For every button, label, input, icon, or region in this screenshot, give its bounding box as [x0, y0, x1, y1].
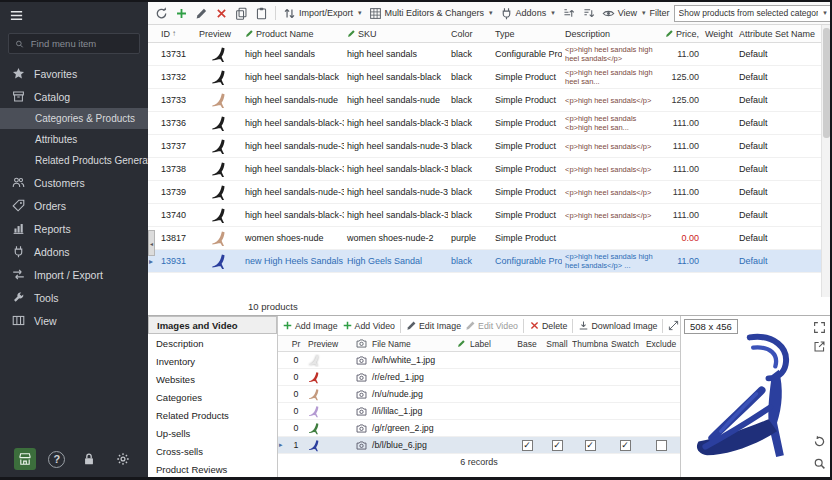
sidebar-item-addons[interactable]: Addons — [0, 240, 148, 263]
store-button[interactable] — [14, 448, 36, 470]
table-row[interactable]: 13736 high heel sandals-black-36 high he… — [148, 112, 821, 135]
table-row[interactable]: 13731 high heel sandals high heel sandal… — [148, 43, 821, 66]
delete-product-button[interactable] — [212, 5, 231, 22]
table-row[interactable]: 13737 high heel sandals-nude-36 high hee… — [148, 135, 821, 158]
zoom-image-button[interactable] — [812, 456, 827, 471]
sidebar-item-related-products-generator[interactable]: Related Products Generator — [0, 150, 148, 171]
rotate-image-button[interactable] — [812, 434, 827, 449]
swatch-checkbox[interactable] — [620, 440, 631, 451]
main-content: ◂ Import/Export ▾ Multi Editors & Change… — [148, 2, 830, 477]
column-header-swatch[interactable]: Swatch — [608, 339, 642, 349]
base-checkbox[interactable] — [522, 440, 533, 451]
tab-label: Related Products — [156, 410, 229, 421]
bottom-tab[interactable]: Description — [148, 334, 277, 352]
add-image-button[interactable]: Add Image — [280, 318, 340, 333]
add-video-button[interactable]: Add Video — [340, 318, 397, 333]
image-row[interactable]: 0 /l/i/lilac_1.jpg — [278, 403, 680, 420]
category-filter-select[interactable]: Show products from selected categories ▾ — [674, 5, 830, 22]
menu-search-input[interactable] — [29, 37, 133, 50]
sidebar-item-attributes[interactable]: Attributes — [0, 129, 148, 150]
column-header-color[interactable]: Color — [448, 29, 492, 39]
vertical-scrollbar[interactable] — [821, 25, 830, 297]
bottom-tab[interactable]: Product Reviews — [148, 460, 277, 478]
download-image-button[interactable]: Download Image — [576, 318, 659, 333]
table-row[interactable]: 13817 women shoes-nude women shoes-nude-… — [148, 227, 821, 250]
column-header-weight[interactable]: Weight — [702, 29, 736, 39]
hamburger-button[interactable] — [0, 2, 148, 29]
edit-column-icon — [245, 29, 254, 38]
sidebar-item-categories-products[interactable]: Categories & Products — [0, 108, 148, 129]
scrollbar-thumb[interactable] — [823, 28, 830, 138]
image-row[interactable]: 0 /g/r/green_2.jpg — [278, 420, 680, 437]
help-button[interactable]: ? — [48, 451, 65, 468]
fullscreen-button[interactable] — [812, 320, 827, 335]
edit-product-button[interactable] — [192, 5, 211, 22]
sidebar-item-tools[interactable]: Tools — [0, 286, 148, 309]
import-export-button[interactable]: Import/Export ▾ — [280, 5, 365, 22]
addons-button[interactable]: Addons ▾ — [497, 5, 558, 22]
column-header-file-name[interactable]: File Name — [370, 339, 454, 349]
sort-ascending-button[interactable] — [559, 5, 578, 22]
sidebar-item-orders[interactable]: Orders — [0, 194, 148, 217]
sort-descending-button[interactable] — [579, 5, 598, 22]
column-header-base[interactable]: Base — [512, 339, 542, 349]
add-product-button[interactable] — [172, 5, 191, 22]
column-header-id[interactable]: ID ↑ — [158, 29, 196, 39]
collapse-panel-handle[interactable]: ◂ — [148, 230, 155, 256]
column-header-type[interactable]: Type — [492, 29, 562, 39]
table-row[interactable]: 13733 high heel sandals-nude high heel s… — [148, 89, 821, 112]
edit-video-button[interactable]: Edit Video — [463, 318, 520, 333]
sidebar-item-reports[interactable]: Reports — [0, 217, 148, 240]
cell-description: <p>high heel sandals</p> — [562, 165, 658, 174]
column-header-image-type[interactable] — [352, 338, 370, 349]
column-header-product-name[interactable]: Product Name — [242, 29, 344, 39]
view-button[interactable]: View ▾ — [599, 5, 649, 22]
column-header-preview[interactable]: Preview — [306, 339, 352, 349]
set-resize-rule-button[interactable]: Set Resize Rule ▾ — [666, 318, 680, 333]
refresh-button[interactable] — [152, 5, 171, 22]
image-row[interactable]: ▸ 1 /b/l/blue_6.jpg — [278, 437, 680, 454]
bottom-tab[interactable]: Categories — [148, 388, 277, 406]
column-header-price[interactable]: Price, — [658, 29, 702, 39]
multi-editors-button[interactable]: Multi Editors & Changers ▾ — [366, 5, 496, 22]
column-header-thumbnail[interactable]: Thumbna — [572, 339, 608, 349]
settings-button[interactable] — [112, 448, 134, 470]
open-external-button[interactable] — [812, 339, 827, 354]
column-header-label-edit[interactable] — [454, 339, 468, 348]
image-row[interactable]: 0 /r/e/red_1.jpg — [278, 369, 680, 386]
delete-image-button[interactable]: Delete — [527, 318, 569, 333]
bottom-tab[interactable]: Websites — [148, 370, 277, 388]
copy-button[interactable] — [232, 5, 251, 22]
table-row[interactable]: 13732 high heel sandals-black high heel … — [148, 66, 821, 89]
column-header-attribute-set[interactable]: Attribute Set Name — [736, 29, 821, 39]
paste-button[interactable] — [252, 5, 271, 22]
lock-button[interactable] — [78, 448, 100, 470]
exclude-checkbox[interactable] — [656, 440, 667, 451]
column-header-priority[interactable]: Pr — [286, 339, 306, 349]
table-row[interactable]: ▸ 13931 new High Heels Sandals High Geel… — [148, 250, 821, 273]
small-checkbox[interactable] — [552, 440, 563, 451]
sidebar-item-catalog[interactable]: Catalog — [0, 85, 148, 108]
column-header-exclude[interactable]: Exclude — [642, 339, 680, 349]
column-header-preview[interactable]: Preview — [196, 29, 242, 39]
table-row[interactable]: 13740 high heel sandals-black-38 high he… — [148, 204, 821, 227]
column-header-description[interactable]: Description — [562, 29, 658, 39]
edit-image-button[interactable]: Edit Image — [404, 318, 463, 333]
column-header-sku[interactable]: SKU — [344, 29, 448, 39]
bottom-tab[interactable]: Inventory — [148, 352, 277, 370]
sidebar-item-import-export[interactable]: Import / Export — [0, 263, 148, 286]
image-row[interactable]: 0 /n/u/nude.jpg — [278, 386, 680, 403]
table-row[interactable]: 13739 high heel sandals-nude-37 high hee… — [148, 181, 821, 204]
sidebar-item-favorites[interactable]: Favorites — [0, 62, 148, 85]
bottom-tab[interactable]: Related Products — [148, 406, 277, 424]
thumbnail-checkbox[interactable] — [585, 440, 596, 451]
table-row[interactable]: 13738 high heel sandals-black-37 high he… — [148, 158, 821, 181]
sidebar-item-customers[interactable]: Customers — [0, 171, 148, 194]
column-header-label[interactable]: Label — [468, 339, 512, 349]
bottom-tab[interactable]: Cross-sells — [148, 442, 277, 460]
bottom-tab[interactable]: Images and Video — [148, 316, 277, 334]
bottom-tab[interactable]: Up-sells — [148, 424, 277, 442]
image-row[interactable]: 0 /w/h/white_1.jpg — [278, 352, 680, 369]
sidebar-item-view[interactable]: View — [0, 309, 148, 332]
column-header-small[interactable]: Small — [542, 339, 572, 349]
